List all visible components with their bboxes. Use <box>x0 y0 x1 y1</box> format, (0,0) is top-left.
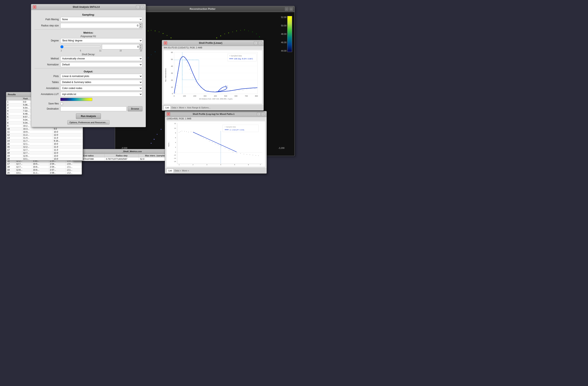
close-button[interactable]: × <box>33 5 36 9</box>
radius-step-up[interactable]: ▲ <box>139 23 142 26</box>
sholl-loglog-titlebar[interactable]: × Sholl Profile (Log-log) for Mixed Path… <box>165 111 267 117</box>
svg-text:Norm...: Norm... <box>168 141 170 147</box>
svg-point-85 <box>157 134 157 135</box>
svg-point-46 <box>163 33 164 34</box>
radius-step-field[interactable] <box>61 23 139 28</box>
svg-text:+: + <box>203 137 204 139</box>
degree-up[interactable]: ▲ <box>139 45 142 47</box>
svg-text:+: + <box>218 91 219 92</box>
svg-point-45 <box>167 35 168 36</box>
sholl-linear-titlebar[interactable]: × Sholl Profile (Linear) − □ <box>162 40 264 46</box>
loglog-close-button[interactable]: × <box>167 112 170 116</box>
sholl-decay-label: Sholl Decay: <box>34 53 143 56</box>
svg-text:12: 12 <box>174 123 176 124</box>
svg-text:+: + <box>232 151 233 153</box>
svg-text:+: + <box>195 81 196 82</box>
linear-maximize-button[interactable]: □ <box>258 41 262 45</box>
recon-maximize-button[interactable]: □ <box>289 7 293 11</box>
radius-step-down[interactable]: ▼ <box>139 26 142 28</box>
browse-button[interactable]: Browse <box>128 106 143 112</box>
svg-text:+: + <box>239 90 239 91</box>
svg-point-43 <box>259 36 260 37</box>
path-filtering-select[interactable]: None <box>60 17 143 22</box>
svg-text:2D Distance from -3367.416, 34: 2D Distance from -3367.416, 3453.559, -0… <box>199 98 232 100</box>
svg-text:600: 600 <box>234 95 238 97</box>
destination-field[interactable]: /home/tferr <box>60 106 126 111</box>
svg-text:7: 7 <box>260 164 261 166</box>
svg-text:10: 10 <box>174 127 176 129</box>
svg-point-36 <box>232 32 233 32</box>
minimize-button[interactable]: − <box>136 5 140 9</box>
plots-select[interactable]: Linear & normalized plots <box>60 74 143 79</box>
tables-select[interactable]: Detailed & Summary tables <box>60 80 143 85</box>
svg-text:No. Intersections: No. Intersections <box>165 68 167 82</box>
output-section-header: Output: <box>34 70 143 73</box>
run-analysis-button[interactable]: Run Analysis <box>76 114 101 119</box>
sholl-linear-window: × Sholl Profile (Linear) − □ 944.91x75.6… <box>162 40 264 111</box>
svg-text:+: + <box>189 69 190 70</box>
legend-sampled-text: + Sampled data <box>229 55 242 57</box>
svg-text:+: + <box>178 73 178 74</box>
save-files-label: Save files <box>34 102 60 105</box>
linear-chart-svg: 60 50 40 30 20 10 0 0 100 200 300 400 50… <box>164 50 262 104</box>
svg-text:+: + <box>254 88 255 89</box>
svg-text:-12: -12 <box>174 154 176 156</box>
svg-text:+: + <box>251 88 251 89</box>
sholl-loglog-title: Sholl Profile (Log-log) for Mixed Paths-… <box>170 113 257 115</box>
svg-point-39 <box>244 30 245 30</box>
loglog-chart-svg: 12 10 8 6 4 2 0 -12 -14 -16 Norm... 1 2 … <box>167 121 265 167</box>
recon-minimize-button[interactable]: − <box>285 7 289 11</box>
destination-label: Destination <box>34 107 60 110</box>
table-row: 1211.2...12.0 <box>6 133 83 136</box>
svg-text:60: 60 <box>171 51 173 53</box>
svg-text:+: + <box>200 87 201 88</box>
degree-select[interactable]: 'Best fitting' degree <box>60 38 143 43</box>
svg-text:+: + <box>179 58 180 59</box>
svg-text:+: + <box>223 90 224 91</box>
save-files-checkbox[interactable] <box>60 102 63 105</box>
annotations-lut-select[interactable]: mpl-viridis.lut <box>60 92 143 97</box>
svg-text:+: + <box>190 73 191 74</box>
table-row: 1812.7...10.6...2.54...-2.1... <box>6 165 82 168</box>
svg-point-42 <box>256 34 257 34</box>
svg-text:+: + <box>180 131 181 132</box>
svg-text:+: + <box>192 77 193 79</box>
degree-slider[interactable] <box>60 45 101 48</box>
linear-close-button[interactable]: × <box>164 41 167 45</box>
degree-label: Degree <box>34 39 60 42</box>
svg-point-50 <box>148 30 149 31</box>
svg-text:800: 800 <box>255 95 258 97</box>
loglog-tabs: List Data » More » <box>165 168 267 173</box>
table-row: 1010.3...9.0 <box>6 127 83 130</box>
maximize-button[interactable]: □ <box>141 5 144 9</box>
degree-value-field[interactable] <box>102 45 139 49</box>
sholl-analysis-titlebar[interactable]: × Sholl Analysis SNT4.2.0 − □ <box>31 4 146 10</box>
radius-step-row: Radius step size ▲ ▼ <box>34 23 143 28</box>
svg-text:0: 0 <box>174 95 175 97</box>
svg-text:+: + <box>183 56 184 57</box>
svg-text:+: + <box>181 56 182 57</box>
normalizer-select[interactable]: Default <box>60 62 143 67</box>
sholl-analysis-window: × Sholl Analysis SNT4.2.0 − □ Sampling: … <box>31 4 146 127</box>
path-filtering-row: Path filtering None <box>34 17 143 22</box>
window-controls-left: × <box>33 5 36 9</box>
svg-text:2: 2 <box>175 146 176 148</box>
loglog-maximize-button[interactable]: □ <box>261 112 265 116</box>
polynomial-fit-label: Polynomial Fit: <box>34 35 143 38</box>
svg-text:+: + <box>206 139 207 140</box>
sampling-section-header: Sampling: <box>34 13 143 16</box>
svg-text:-14: -14 <box>174 158 176 159</box>
loglog-minimize-button[interactable]: − <box>257 112 261 116</box>
tab-list[interactable]: List <box>164 106 171 110</box>
loglog-tab-list[interactable]: List <box>167 169 174 173</box>
tables-label: Tables <box>34 81 60 84</box>
svg-text:+: + <box>234 90 235 91</box>
degree-down[interactable]: ▼ <box>139 47 142 49</box>
linear-minimize-button[interactable]: − <box>254 41 257 45</box>
svg-point-35 <box>228 32 229 33</box>
method-select[interactable]: Automatically choose <box>60 56 143 61</box>
options-button[interactable]: Options, Preferences and Resources... <box>67 120 110 125</box>
svg-text:+: + <box>195 133 196 134</box>
svg-point-37 <box>236 30 237 31</box>
annotations-select[interactable]: Color coded nodes <box>60 86 143 91</box>
